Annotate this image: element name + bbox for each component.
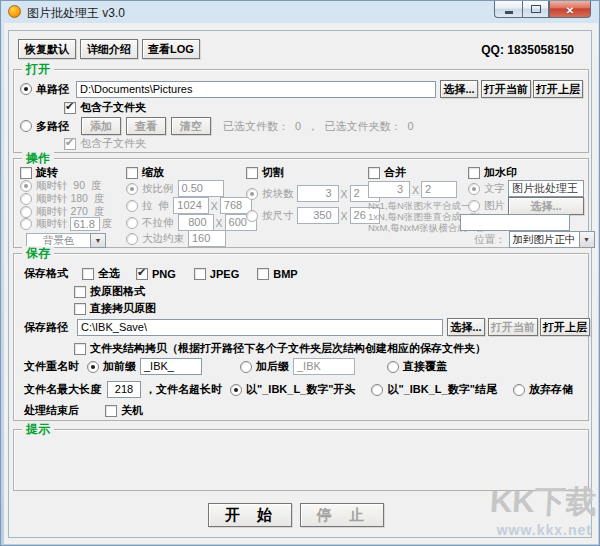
scale-checkbox[interactable] — [126, 167, 138, 179]
toolong-head-radio[interactable] — [230, 384, 242, 396]
shutdown-checkbox[interactable] — [105, 405, 117, 417]
start-button[interactable]: 开 始 — [208, 503, 292, 527]
sep-x: X — [341, 188, 348, 200]
include-subfolders2-row: 包含子文件夹 — [64, 136, 146, 151]
copy-orig-checkbox[interactable] — [74, 303, 86, 315]
single-path-radio[interactable] — [20, 83, 32, 95]
scale-nostretch-width-input[interactable]: 800 — [178, 214, 214, 231]
rotate-checkbox[interactable] — [20, 167, 32, 179]
rotate-custom-row: 顺时针 61.8 度 — [20, 217, 112, 231]
prefix-input[interactable]: _IBK_ — [140, 358, 202, 375]
suffix-radio[interactable] — [240, 361, 252, 373]
close-icon — [566, 0, 574, 18]
watermark-image-radio[interactable] — [468, 200, 480, 212]
open-current-button[interactable]: 打开当前 — [481, 80, 531, 98]
scale-row: 缩放 — [126, 165, 164, 180]
watermark-text-input[interactable]: 图片批处理王 — [508, 180, 584, 197]
format-bmp-checkbox[interactable] — [257, 268, 269, 280]
shutdown-label: 关机 — [121, 403, 143, 418]
overwrite-radio[interactable] — [387, 361, 399, 373]
format-jpeg-checkbox[interactable] — [194, 268, 206, 280]
after-process-row: 处理结束后 关机 — [24, 403, 143, 418]
app-window: 图片批处理王 v3.0 恢复默认 详细介绍 查看LOG QQ: 18350581… — [0, 0, 600, 546]
open-group-title: 打开 — [22, 62, 54, 76]
watermark-checkbox[interactable] — [468, 167, 480, 179]
watermark-extra-input[interactable] — [460, 214, 570, 231]
open-parent-button[interactable]: 打开上层 — [533, 80, 583, 98]
open-path-input[interactable]: D:\Documents\Pictures — [76, 81, 436, 98]
scale-nostretch-row: 不拉伸 800 X 600 — [126, 214, 257, 231]
duplicate-name-label: 文件重名时 — [24, 359, 79, 374]
restore-default-button[interactable]: 恢复默认 — [18, 39, 76, 59]
window-controls — [494, 1, 591, 18]
cut-label: 切割 — [262, 165, 284, 180]
save-open-parent-button[interactable]: 打开上层 — [540, 318, 590, 336]
suffix-label: 加后缀 — [256, 359, 289, 374]
rotate-90-radio[interactable] — [20, 180, 32, 192]
cut-checkbox[interactable] — [246, 167, 258, 179]
maximize-button[interactable] — [522, 1, 549, 18]
save-select-button[interactable]: 选择... — [447, 318, 485, 336]
format-all-checkbox[interactable] — [82, 268, 94, 280]
open-select-button[interactable]: 选择... — [440, 80, 478, 98]
multi-path-radio[interactable] — [20, 120, 32, 132]
format-all-label: 全选 — [98, 266, 120, 281]
view-log-button[interactable]: 查看LOG — [142, 39, 200, 59]
scale-ratio-radio[interactable] — [126, 183, 138, 195]
include-subfolders-checkbox[interactable] — [64, 102, 76, 114]
scale-nostretch-radio[interactable] — [126, 217, 138, 229]
details-button[interactable]: 详细介绍 — [80, 39, 138, 59]
format-png-checkbox[interactable] — [136, 268, 148, 280]
orig-format-checkbox[interactable] — [74, 286, 86, 298]
add-paths-button[interactable]: 添加 — [81, 117, 121, 135]
rotate-degrees-input[interactable]: 61.8 — [70, 217, 100, 231]
rotate-90-label: 顺时针 90 度 — [36, 179, 101, 193]
suffix-input[interactable]: _IBK — [293, 358, 355, 375]
sep-x: X — [216, 217, 223, 229]
watermark-position-value: 加到图片正中 — [509, 231, 579, 248]
sep-x: X — [341, 210, 348, 222]
tips-group-title: 提示 — [22, 422, 54, 436]
stop-button[interactable]: 停 止 — [300, 503, 384, 527]
cut-size-radio[interactable] — [246, 210, 258, 222]
rotate-degrees-suffix: 度 — [102, 217, 113, 231]
scale-ratio-input[interactable]: 0.50 — [178, 180, 224, 197]
toolong-discard-radio[interactable] — [513, 384, 525, 396]
merge-checkbox[interactable] — [368, 167, 380, 179]
folder-copy-checkbox[interactable] — [74, 343, 86, 355]
scale-maxedge-input[interactable]: 160 — [188, 230, 226, 247]
toolong-tail-radio[interactable] — [371, 384, 383, 396]
merge-y-input[interactable]: 2 — [421, 181, 457, 198]
save-open-current-button[interactable]: 打开当前 — [488, 318, 538, 336]
cut-size-width-input[interactable]: 350 — [297, 207, 339, 224]
watermark-text-label: 文字 — [484, 182, 505, 196]
merge-size-row: 3 X 2 — [368, 181, 457, 198]
format-png-label: PNG — [152, 268, 176, 280]
scale-maxedge-label: 大边约束 — [142, 232, 184, 246]
prefix-label: 加前缀 — [103, 359, 136, 374]
close-button[interactable] — [549, 1, 591, 18]
rotate-180-row: 顺时针 180 度 — [20, 192, 104, 206]
minimize-button[interactable] — [494, 1, 522, 18]
folder-copy-row: 文件夹结构拷贝（根据打开路径下各个子文件夹层次结构创建相应的保存文件夹） — [74, 341, 486, 356]
cut-blocks-x-input[interactable]: 3 — [297, 185, 339, 202]
scale-maxedge-radio[interactable] — [126, 233, 138, 245]
scale-stretch-width-input[interactable]: 1024 — [173, 197, 209, 214]
include-subfolders2-checkbox[interactable] — [64, 138, 76, 150]
rotate-custom-radio[interactable] — [20, 218, 32, 230]
maxlen-input[interactable]: 218 — [107, 381, 141, 398]
merge-x-input[interactable]: 3 — [368, 181, 410, 198]
watermark-position-dropdown[interactable]: 加到图片正中 ▼ — [509, 231, 595, 248]
duplicate-name-row: 文件重名时 加前缀 _IBK_ 加后缀 _IBK 直接覆盖 — [24, 358, 447, 375]
scale-stretch-radio[interactable] — [126, 200, 138, 212]
cut-blocks-radio[interactable] — [246, 188, 258, 200]
rotate-180-radio[interactable] — [20, 193, 32, 205]
watermark-image-select-button[interactable]: 选择... — [508, 197, 584, 215]
watermark-position-label: 位置： — [474, 233, 506, 247]
client-area: 恢复默认 详细介绍 查看LOG QQ: 1835058150 打开 单路径 D:… — [4, 23, 598, 544]
prefix-radio[interactable] — [87, 361, 99, 373]
clear-paths-button[interactable]: 清空 — [171, 117, 211, 135]
view-paths-button[interactable]: 查看 — [126, 117, 166, 135]
watermark-text-radio[interactable] — [468, 183, 480, 195]
save-path-input[interactable]: C:\IBK_Save\ — [77, 319, 443, 336]
